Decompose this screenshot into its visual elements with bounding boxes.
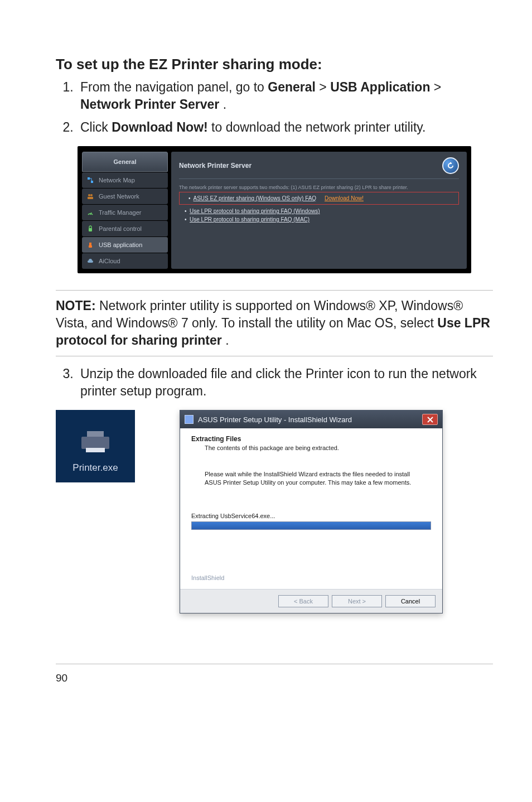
sidebar-item-label: USB application xyxy=(99,241,142,248)
sidebar-item-label: Network Map xyxy=(99,177,135,183)
footer-separator xyxy=(56,664,493,664)
step1-bold-usbapp: USB Application xyxy=(330,80,430,94)
router-panel: General Network Map Guest Network Traffi… xyxy=(78,146,471,273)
step3-text: Unzip the downloaded file and click the … xyxy=(80,366,477,398)
close-button[interactable] xyxy=(422,414,438,425)
step1-bold-nps: Network Printer Server xyxy=(80,97,219,112)
installshield-brand: InstallShield xyxy=(191,574,431,581)
wizard-subheading: The contents of this package are being e… xyxy=(205,445,431,451)
refresh-button[interactable] xyxy=(442,157,459,174)
step2-bold-download: Download Now! xyxy=(112,120,207,134)
next-button: Next > xyxy=(332,595,382,607)
cloud-icon xyxy=(86,257,94,265)
progress-bar xyxy=(191,521,431,530)
step2-pre: Click xyxy=(80,120,112,134)
usb-icon xyxy=(86,241,94,249)
cancel-button[interactable]: Cancel xyxy=(385,595,436,607)
sidebar-item-guest[interactable]: Guest Network xyxy=(82,189,168,204)
step1-gt1: > xyxy=(319,80,330,94)
faq-link-lpr-win[interactable]: Use LPR protocol to sharing printing FAQ… xyxy=(190,208,320,214)
step1-post: . xyxy=(223,97,226,112)
back-button: < Back xyxy=(278,595,328,607)
svg-rect-6 xyxy=(89,228,92,231)
svg-rect-4 xyxy=(88,197,93,199)
step-3: Unzip the downloaded file and click the … xyxy=(77,365,493,400)
router-main-title: Network Printer Server xyxy=(179,162,252,170)
printer-exe-tile[interactable]: Printer.exe xyxy=(56,410,135,482)
svg-rect-7 xyxy=(89,243,91,245)
wizard-titlebar: ASUS Printer Setup Utility - InstallShie… xyxy=(180,410,442,428)
sidebar-item-label: AiCloud xyxy=(99,258,120,264)
page-number: 90 xyxy=(56,672,493,684)
wizard-body: Please wait while the InstallShield Wiza… xyxy=(205,470,417,487)
svg-line-5 xyxy=(90,212,91,215)
wizard-extracting-label: Extracting UsbService64.exe... xyxy=(191,513,431,519)
step1-pre: From the navigation panel, go to xyxy=(80,80,268,94)
wizard-title: ASUS Printer Setup Utility - InstallShie… xyxy=(198,416,352,424)
network-icon xyxy=(86,176,94,184)
progress-fill xyxy=(192,522,431,529)
sidebar-item-label: Guest Network xyxy=(99,193,139,200)
step-2: Click Download Now! to download the netw… xyxy=(77,119,493,136)
router-tab-general[interactable]: General xyxy=(82,152,168,172)
sidebar-item-traffic[interactable]: Traffic Manager xyxy=(82,205,168,220)
sidebar-item-parental[interactable]: Parental control xyxy=(82,221,168,236)
step-list-1: From the navigation panel, go to General… xyxy=(56,79,493,136)
wizard-app-icon xyxy=(185,415,194,424)
sidebar-item-networkmap[interactable]: Network Map xyxy=(82,172,168,188)
people-icon xyxy=(86,192,94,200)
divider xyxy=(179,178,459,179)
printer-exe-label: Printer.exe xyxy=(72,462,118,474)
svg-rect-0 xyxy=(88,177,90,180)
section-heading: To set up the EZ Printer sharing mode: xyxy=(56,56,493,73)
lock-icon xyxy=(86,225,94,233)
note-body-post: . xyxy=(225,333,229,347)
sidebar-item-aicloud[interactable]: AiCloud xyxy=(82,253,168,269)
router-sidebar: General Network Map Guest Network Traffi… xyxy=(82,152,168,269)
router-main: Network Printer Server The network print… xyxy=(171,152,467,269)
sidebar-item-label: Traffic Manager xyxy=(99,209,141,216)
svg-rect-1 xyxy=(91,181,93,183)
svg-point-3 xyxy=(90,194,93,196)
meter-icon xyxy=(86,209,94,216)
step1-gt2: > xyxy=(434,80,441,94)
note-block: NOTE: Network printer utility is support… xyxy=(56,290,493,356)
svg-rect-8 xyxy=(89,245,92,248)
installshield-wizard: ASUS Printer Setup Utility - InstallShie… xyxy=(180,410,443,613)
faq-link-ezshare[interactable]: ASUS EZ printer sharing (Windows OS only… xyxy=(194,195,317,201)
support-line: The network printer server supports two … xyxy=(179,185,459,190)
note-body-pre: Network printer utility is supported on … xyxy=(56,298,463,330)
wizard-heading: Extracting Files xyxy=(191,435,431,443)
highlight-box: • ASUS EZ printer sharing (Windows OS on… xyxy=(179,192,459,205)
download-now-link[interactable]: Download Now! xyxy=(325,195,364,201)
faq-link-lpr-mac[interactable]: Use LPR protocol to sharing printing FAQ… xyxy=(190,216,309,223)
sidebar-item-label: Parental control xyxy=(99,225,142,232)
step-1: From the navigation panel, go to General… xyxy=(77,79,493,113)
printer-icon xyxy=(81,431,109,453)
note-label: NOTE: xyxy=(56,298,96,313)
svg-point-2 xyxy=(88,194,90,196)
step-list-2: Unzip the downloaded file and click the … xyxy=(56,365,493,400)
router-tab-general-label: General xyxy=(114,158,137,165)
step2-post: to download the network printer utility. xyxy=(211,120,425,134)
wizard-buttons: < Back Next > Cancel xyxy=(180,589,442,613)
sidebar-item-usb[interactable]: USB application xyxy=(82,237,168,253)
step1-bold-general: General xyxy=(268,80,316,94)
